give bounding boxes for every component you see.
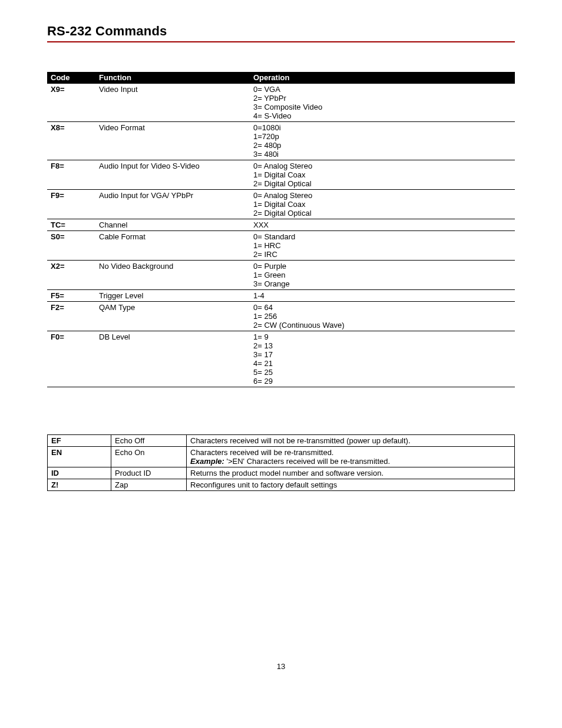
cell-function: Audio Input for Video S-Video — [95, 160, 250, 190]
page-number: 13 — [47, 662, 515, 671]
cell-function: Product ID — [111, 467, 187, 479]
misc-commands-table: EFEcho OffCharacters received will not b… — [47, 434, 515, 491]
cell-function: QAM Type — [95, 302, 250, 331]
cell-code: ID — [48, 467, 111, 479]
cell-operation: 0= Analog Stereo 1= Digital Coax 2= Digi… — [250, 160, 515, 190]
cell-operation: 0= VGA 2= YPbPr 3= Composite Video 4= S-… — [250, 84, 515, 122]
cell-function: Audio Input for VGA/ YPbPr — [95, 190, 250, 219]
cell-operation: XXX — [250, 219, 515, 231]
cell-description: Characters received will be re-transmitt… — [187, 447, 515, 467]
table-row: TC=ChannelXXX — [47, 219, 515, 231]
th-function: Function — [95, 72, 250, 84]
th-code: Code — [47, 72, 95, 84]
title-rule — [47, 41, 515, 42]
cell-code: F2= — [47, 302, 95, 331]
cell-code: Z! — [48, 479, 111, 491]
cell-function: Cable Format — [95, 231, 250, 261]
cell-code: F9= — [47, 190, 95, 219]
cell-code: S0= — [47, 231, 95, 261]
table-row: ENEcho OnCharacters received will be re-… — [48, 447, 515, 467]
cell-operation: 1= 9 2= 13 3= 17 4= 21 5= 25 6= 29 — [250, 331, 515, 387]
cell-description: Reconfigures unit to factory default set… — [187, 479, 515, 491]
cell-description: Characters received will not be re-trans… — [187, 435, 515, 447]
cell-function: DB Level — [95, 331, 250, 387]
table-row: F5=Trigger Level1-4 — [47, 290, 515, 302]
table-row: S0=Cable Format0= Standard 1= HRC 2= IRC — [47, 231, 515, 261]
cell-function: Zap — [111, 479, 187, 491]
cell-code: EF — [48, 435, 111, 447]
cell-code: TC= — [47, 219, 95, 231]
cell-function: No Video Background — [95, 261, 250, 290]
cell-code: EN — [48, 447, 111, 467]
table-row: X8=Video Format0=1080i 1=720p 2= 480p 3=… — [47, 122, 515, 160]
cell-operation: 0=1080i 1=720p 2= 480p 3= 480i — [250, 122, 515, 160]
table-row: F8=Audio Input for Video S-Video0= Analo… — [47, 160, 515, 190]
cell-operation: 0= Purple 1= Green 3= Orange — [250, 261, 515, 290]
cell-code: F0= — [47, 331, 95, 387]
cell-code: X2= — [47, 261, 95, 290]
cell-code: F8= — [47, 160, 95, 190]
cell-function: Video Input — [95, 84, 250, 122]
cell-operation: 0= Standard 1= HRC 2= IRC — [250, 231, 515, 261]
cell-function: Channel — [95, 219, 250, 231]
table-row: X2=No Video Background0= Purple 1= Green… — [47, 261, 515, 290]
th-operation: Operation — [250, 72, 515, 84]
table-row: IDProduct IDReturns the product model nu… — [48, 467, 515, 479]
example-label: Example: — [190, 457, 224, 466]
cell-operation: 1-4 — [250, 290, 515, 302]
cell-operation: 0= Analog Stereo 1= Digital Coax 2= Digi… — [250, 190, 515, 219]
cell-function: Trigger Level — [95, 290, 250, 302]
cell-function: Video Format — [95, 122, 250, 160]
page-title: RS-232 Commands — [47, 24, 515, 39]
cell-code: X9= — [47, 84, 95, 122]
table-row: F0=DB Level1= 9 2= 13 3= 17 4= 21 5= 25 … — [47, 331, 515, 387]
cell-operation: 0= 64 1= 256 2= CW (Continuous Wave) — [250, 302, 515, 331]
cell-code: F5= — [47, 290, 95, 302]
cell-description: Returns the product model number and sof… — [187, 467, 515, 479]
table-row: EFEcho OffCharacters received will not b… — [48, 435, 515, 447]
cell-code: X8= — [47, 122, 95, 160]
commands-table: Code Function Operation X9=Video Input0=… — [47, 72, 515, 387]
table-row: F2=QAM Type0= 64 1= 256 2= CW (Continuou… — [47, 302, 515, 331]
table-row: Z!ZapReconfigures unit to factory defaul… — [48, 479, 515, 491]
cell-function: Echo On — [111, 447, 187, 467]
table-row: F9=Audio Input for VGA/ YPbPr0= Analog S… — [47, 190, 515, 219]
cell-function: Echo Off — [111, 435, 187, 447]
table-row: X9=Video Input0= VGA 2= YPbPr 3= Composi… — [47, 84, 515, 122]
